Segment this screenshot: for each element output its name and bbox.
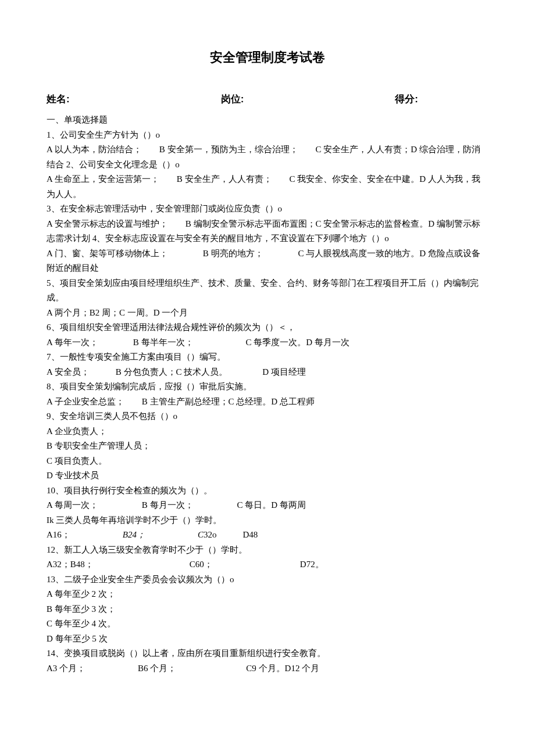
question-10-options: A 每周一次； B 每月一次； C 每日。D 每两周 [47,498,488,513]
q11-opt-c-prefix: C [198,530,204,539]
name-label: 姓名: [47,91,70,108]
question-12: 12、新工人入场三级安全教育学时不少于（）学时。 [47,543,488,558]
question-7-options: A 安全员； B 分包负责人；C 技术人员。 D 项目经理 [47,365,488,380]
question-5: 5、项目安全策划应由项目经理组织生产、技术、质量、安全、合约、财务等部门在工程项… [47,276,488,306]
question-2-options: A 生命至上，安全运营第一； B 安全生产，人人有责； C 我安全、你安全、安全… [47,172,488,202]
question-11: Ik 三类人员每年再培训学时不少于（）学时。 [47,513,488,528]
question-9-a: A 企业负责人； [47,424,488,439]
section-1-heading: 一、单项选择题 [47,113,488,128]
q11-opt-b: B24； [123,530,145,539]
question-9-b: B 专职安全生产管理人员； [47,439,488,454]
question-5-options: A 两个月；B2 周；C 一周。D 一个月 [47,306,488,321]
question-8: 8、项目安全策划编制完成后，应报（）审批后实施。 [47,379,488,395]
question-14: 14、变换项目或脱岗（）以上者，应由所在项目重新组织进行安全教育。 [47,646,488,661]
score-label: 得分: [395,91,418,108]
question-9-d: D 专业技术员 [47,468,488,483]
q11-opt-d: D48 [243,530,258,539]
q11-opt-a: A16； [47,530,70,539]
page-title: 安全管理制度考试卷 [47,46,488,68]
question-6: 6、项目组织安全管理适用法律法规合规性评价的频次为（）＜， [47,320,488,335]
post-label: 岗位: [221,91,244,108]
question-1: 1、公司安全生产方针为（）o [47,128,488,143]
question-1-options: A 以人为本，防治结合； B 安全第一，预防为主，综合治理； C 安全生产，人人… [47,142,488,172]
question-8-options: A 子企业安全总监； B 主管生产副总经理；C 总经理。D 总工程师 [47,395,488,410]
question-10: 10、项目执行例行安全检查的频次为（）。 [47,483,488,499]
question-3-options: A 安全警示标志的设置与维护； B 编制安全警示标志平面布置图；C 安全警示标志… [47,217,488,246]
form-header: 姓名: 岗位: 得分: [47,91,488,108]
question-13-b: B 每年至少 3 次； [47,602,488,617]
question-6-options: A 每年一次； B 每半年一次； C 每季度一次。D 每月一次 [47,335,488,350]
question-4-options: A 门、窗、架等可移动物体上； B 明亮的地方； C 与人眼视线高度一致的地方。… [47,246,488,276]
question-11-options: A16； B24； C32o D48 [47,528,488,543]
question-12-options: A32；B48； C60； D72。 [47,557,488,572]
question-14-options: A3 个月； B6 个月； C9 个月。D12 个月 [47,661,488,676]
question-13-c: C 每年至少 4 次。 [47,617,488,632]
q11-opt-c-val: 32o [204,530,217,539]
question-9-c: C 项目负责人。 [47,454,488,469]
question-3: 3、在安全标志管理活动中，安全管理部门或岗位应负责（）o [47,202,488,217]
question-13-d: D 每年至少 5 次 [47,632,488,647]
question-9: 9、安全培训三类人员不包括（）o [47,409,488,424]
question-7: 7、一般性专项安全施工方案由项目（）编写。 [47,350,488,365]
question-13-a: A 每年至少 2 次； [47,587,488,602]
question-13: 13、二级子企业安全生产委员会会议频次为（）o [47,572,488,587]
